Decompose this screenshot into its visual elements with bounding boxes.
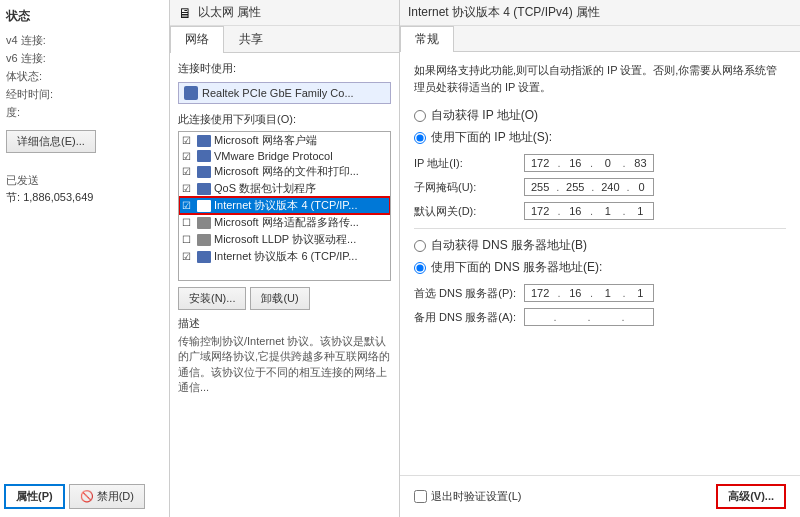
subnet-mask-label: 子网掩码(U): [414,180,524,195]
connected-device-icon [184,86,198,100]
sub-oct3: 240 [601,181,619,193]
disable-button[interactable]: 🚫 禁用(D) [69,484,145,509]
detail-info-button[interactable]: 详细信息(E)... [6,130,96,153]
ip-oct3: 0 [601,157,614,169]
ip-oct2: 16 [569,157,582,169]
list-item[interactable]: ☐ Microsoft 网络适配器多路传... [179,214,390,231]
check-icon-0: ☑ [182,135,194,146]
sub-oct4: 0 [636,181,647,193]
item-icon-5 [197,217,211,229]
item-icon-0 [197,135,211,147]
auto-dns-label: 自动获得 DNS 服务器地址(B) [431,237,587,254]
ip-oct1: 172 [531,157,549,169]
item-label-2: Microsoft 网络的文件和打印... [214,164,359,179]
item-label-3: QoS 数据包计划程序 [214,181,316,196]
sent-bytes-value: 1,886,053,649 [23,191,93,203]
items-label: 此连接使用下列项目(O): [178,112,391,127]
check-icon-3: ☑ [182,183,194,194]
adns-oct1 [531,311,545,323]
advanced-button[interactable]: 高级(V)... [716,484,786,509]
list-item[interactable]: ☑ Microsoft 网络客户端 [179,132,390,149]
item-icon-2 [197,166,211,178]
connected-device: Realtek PCIe GbE Family Co... [202,87,354,99]
tab-sharing[interactable]: 共享 [224,26,278,52]
v6-label: v6 连接: [6,51,61,66]
sent-label: 已发送 [6,173,163,188]
connected-label: 连接时使用: [178,61,391,76]
gw-oct3: 1 [601,205,614,217]
auto-ip-label: 自动获得 IP 地址(O) [431,107,538,124]
item-icon-3 [197,183,211,195]
preferred-dns-label: 首选 DNS 服务器(P): [414,286,524,301]
pdns-oct4: 1 [634,287,647,299]
pdns-oct3: 1 [601,287,614,299]
ip-address-field[interactable]: 172 . 16 . 0 . 83 [524,154,654,172]
check-icon-1: ☑ [182,151,194,162]
auto-dns-radio[interactable] [414,240,426,252]
static-ip-label: 使用下面的 IP 地址(S): [431,129,552,146]
exit-validation-label: 退出时验证设置(L) [431,489,521,504]
disable-icon: 🚫 [80,490,94,503]
item-icon-1 [197,150,211,162]
ip-desc: 如果网络支持此功能,则可以自动指派的 IP 设置。否则,你需要从网络系统管理员处… [414,62,786,95]
subnet-mask-field[interactable]: 255 . 255 . 240 . 0 [524,178,654,196]
item-label-1: VMware Bridge Protocol [214,150,333,162]
static-dns-label: 使用下面的 DNS 服务器地址(E): [431,259,602,276]
network-icon: 🖥 [178,5,192,21]
check-icon-5: ☐ [182,217,194,228]
properties-button[interactable]: 属性(P) [4,484,65,509]
check-icon-7: ☑ [182,251,194,262]
item-icon-7 [197,251,211,263]
default-gateway-field[interactable]: 172 . 16 . 1 . 1 [524,202,654,220]
sub-oct1: 255 [531,181,549,193]
checklist: ☑ Microsoft 网络客户端 ☑ VMware Bridge Protoc… [178,131,391,281]
desc-text: 传输控制协议/Internet 协议。该协议是默认的广域网络协议,它提供跨越多种… [178,334,391,396]
adns-oct2 [565,311,579,323]
auto-ip-radio[interactable] [414,110,426,122]
default-gateway-label: 默认网关(D): [414,204,524,219]
static-ip-radio[interactable] [414,132,426,144]
disable-label: 禁用(D) [97,489,134,504]
check-icon-6: ☐ [182,234,194,245]
uninstall-button[interactable]: 卸载(U) [250,287,309,310]
list-item[interactable]: ☐ Microsoft LLDP 协议驱动程... [179,231,390,248]
ip-address-label: IP 地址(I): [414,156,524,171]
gw-oct4: 1 [634,205,647,217]
item-label-4: Internet 协议版本 4 (TCP/IP... [214,198,357,213]
middle-window-title: 以太网 属性 [198,4,261,21]
item-label-0: Microsoft 网络客户端 [214,133,317,148]
time-label: 经时时间: [6,87,61,102]
panel-title: 状态 [6,8,163,25]
exit-validation-checkbox[interactable] [414,490,427,503]
media-label: 体状态: [6,69,61,84]
right-window-title: Internet 协议版本 4 (TCP/IPv4) 属性 [408,4,600,21]
ip-oct4: 83 [634,157,647,169]
sent-bytes-label: 节: [6,191,20,203]
install-button[interactable]: 安装(N)... [178,287,246,310]
adns-oct4 [633,311,647,323]
static-dns-radio[interactable] [414,262,426,274]
item-icon-6 [197,234,211,246]
list-item[interactable]: ☑ Internet 协议版本 6 (TCP/IP... [179,248,390,265]
item-label-6: Microsoft LLDP 协议驱动程... [214,232,356,247]
gw-oct1: 172 [531,205,549,217]
pdns-oct1: 172 [531,287,549,299]
desc-label: 描述 [178,316,391,331]
item-icon-4 [197,200,211,212]
item-label-7: Internet 协议版本 6 (TCP/IP... [214,249,357,264]
list-item[interactable]: ☑ Microsoft 网络的文件和打印... [179,163,390,180]
list-item[interactable]: ☑ VMware Bridge Protocol [179,149,390,163]
tab-network[interactable]: 网络 [170,26,224,53]
gw-oct2: 16 [569,205,582,217]
alternate-dns-field[interactable]: . . . [524,308,654,326]
check-icon-4: ☑ [182,200,194,211]
list-item[interactable]: ☑ QoS 数据包计划程序 [179,180,390,197]
preferred-dns-field[interactable]: 172 . 16 . 1 . 1 [524,284,654,302]
pdns-oct2: 16 [569,287,582,299]
item-label-5: Microsoft 网络适配器多路传... [214,215,359,230]
sub-oct2: 255 [566,181,584,193]
tab-general[interactable]: 常规 [400,26,454,52]
v4-label: v4 连接: [6,33,61,48]
list-item[interactable]: ☑ Internet 协议版本 4 (TCP/IP... [179,197,390,214]
check-icon-2: ☑ [182,166,194,177]
